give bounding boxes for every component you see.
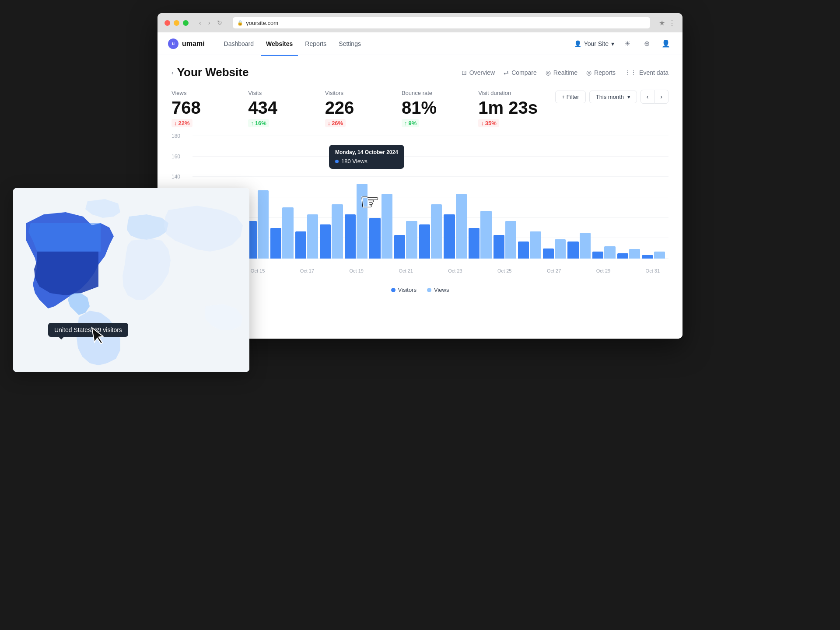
- visitors-bar-16: [592, 252, 603, 259]
- compare-icon: ⇄: [504, 69, 509, 76]
- legend-views-dot: [427, 288, 431, 292]
- views-bar-5: [332, 204, 343, 259]
- bar-group-8: [394, 136, 417, 259]
- close-button[interactable]: [164, 20, 170, 26]
- traffic-lights: [164, 20, 189, 26]
- x-label-8: Oct 21: [399, 268, 413, 273]
- browser-actions: ★ ⋮: [659, 19, 676, 27]
- stat-visits-label: Visits: [248, 90, 314, 96]
- stat-duration-value: 1m 23s: [478, 98, 544, 117]
- views-bar-9: [431, 204, 442, 259]
- maximize-button[interactable]: [183, 20, 189, 26]
- map-tooltip-text: United States: 39 visitors: [54, 326, 122, 333]
- overview-label: Overview: [469, 69, 495, 76]
- views-bar-8: [406, 221, 417, 259]
- stat-bounce-label: Bounce rate: [402, 90, 468, 96]
- user-icon: 👤: [574, 40, 581, 47]
- views-bar-7: [382, 194, 392, 259]
- visitors-bar-4: [295, 231, 306, 259]
- x-label-group-16: Oct 29: [591, 266, 616, 274]
- brand-name: umami: [182, 40, 205, 48]
- grid-label-160: 160: [172, 154, 180, 160]
- site-chevron: ▾: [611, 40, 614, 47]
- collapse-button[interactable]: ‹: [172, 69, 174, 76]
- tab-overview[interactable]: ⊡ Overview: [462, 67, 495, 78]
- visitors-bar-13: [518, 242, 529, 259]
- views-bar-12: [505, 221, 516, 259]
- stat-views-label: Views: [172, 90, 238, 96]
- reports-label: Reports: [594, 69, 616, 76]
- x-label-group-12: Oct 25: [492, 266, 517, 274]
- visitors-bar-17: [617, 253, 628, 259]
- language-toggle[interactable]: ⊕: [640, 38, 653, 50]
- stat-duration: Visit duration 1m 23s ↓ 35%: [478, 90, 555, 127]
- stat-visits-value: 434: [248, 98, 314, 117]
- next-period-button[interactable]: ›: [654, 90, 668, 104]
- legend-visitors-dot: [391, 288, 396, 292]
- legend-visitors-label: Visitors: [398, 287, 416, 293]
- x-label-group-6: Oct 19: [344, 266, 369, 274]
- stat-bounce-change: ↑ 9%: [402, 119, 419, 127]
- refresh-button[interactable]: ↻: [215, 18, 224, 27]
- nav-dashboard[interactable]: Dashboard: [219, 37, 259, 51]
- bookmark-icon[interactable]: ★: [659, 19, 665, 27]
- user-menu[interactable]: 👤: [660, 38, 672, 50]
- realtime-icon: ◎: [546, 69, 551, 76]
- stat-visitors-label: Visitors: [325, 90, 391, 96]
- brand: u umami: [168, 38, 205, 49]
- bar-group-14: [543, 136, 566, 259]
- bar-group-16: [592, 136, 616, 259]
- nav-websites[interactable]: Websites: [261, 37, 298, 51]
- x-label-10: Oct 23: [448, 268, 462, 273]
- views-bar-3: [282, 207, 293, 259]
- x-label-6: Oct 19: [350, 268, 364, 273]
- tab-eventdata[interactable]: ⋮⋮ Event data: [624, 67, 668, 78]
- tab-realtime[interactable]: ◎ Realtime: [546, 67, 578, 78]
- world-map: [13, 188, 249, 372]
- stat-visitors-change: ↓ 26%: [325, 119, 346, 127]
- x-label-16: Oct 29: [596, 268, 610, 273]
- browser-titlebar: ‹ › ↻ 🔒 yoursite.com ★ ⋮: [158, 13, 682, 32]
- brand-icon: u: [168, 38, 178, 49]
- grid-label-180: 180: [172, 133, 180, 139]
- usa-path: [34, 252, 98, 295]
- bar-group-17: [617, 136, 640, 259]
- filter-button[interactable]: + Filter: [555, 91, 586, 103]
- reports-icon: ◎: [586, 69, 592, 76]
- nav-reports[interactable]: Reports: [300, 37, 332, 51]
- nav-arrows: ‹ ›: [640, 90, 668, 104]
- theme-toggle[interactable]: ☀: [621, 38, 634, 50]
- visitors-change-pct: 26%: [332, 120, 343, 126]
- forward-button[interactable]: ›: [206, 18, 212, 27]
- map-container: United States: 39 visitors: [13, 188, 249, 372]
- map-tooltip: United States: 39 visitors: [48, 323, 128, 337]
- views-bar-17: [629, 249, 640, 259]
- menu-icon[interactable]: ⋮: [668, 19, 676, 27]
- legend-views: Views: [427, 287, 449, 293]
- views-bar-13: [530, 231, 541, 259]
- views-bar-18: [654, 252, 665, 259]
- top-nav: u umami Dashboard Websites Reports Setti…: [158, 32, 682, 55]
- visits-arrow-icon: ↑: [251, 120, 254, 126]
- tab-reports[interactable]: ◎ Reports: [586, 67, 616, 78]
- x-label-group-4: Oct 17: [295, 266, 319, 274]
- views-arrow-icon: ↓: [174, 120, 177, 126]
- visitors-bar-11: [469, 228, 480, 259]
- realtime-label: Realtime: [553, 69, 578, 76]
- minimize-button[interactable]: [174, 20, 179, 26]
- eventdata-icon: ⋮⋮: [624, 69, 637, 76]
- stat-bounce: Bounce rate 81% ↑ 9%: [402, 90, 478, 127]
- canada-path: [28, 223, 101, 252]
- site-selector[interactable]: 👤 Your Site ▾: [574, 40, 614, 47]
- bar-group-18: [642, 136, 665, 259]
- prev-period-button[interactable]: ‹: [640, 90, 654, 104]
- x-label-group-18: Oct 31: [640, 266, 665, 274]
- address-bar[interactable]: 🔒 yoursite.com: [233, 17, 650, 28]
- tab-compare[interactable]: ⇄ Compare: [504, 67, 537, 78]
- nav-settings[interactable]: Settings: [333, 37, 366, 51]
- bars-container: [192, 136, 668, 259]
- back-button[interactable]: ‹: [197, 18, 203, 27]
- stat-visitors: Visitors 226 ↓ 26%: [325, 90, 402, 127]
- visitors-bar-18: [642, 255, 653, 259]
- period-selector[interactable]: This month ▾: [589, 91, 637, 103]
